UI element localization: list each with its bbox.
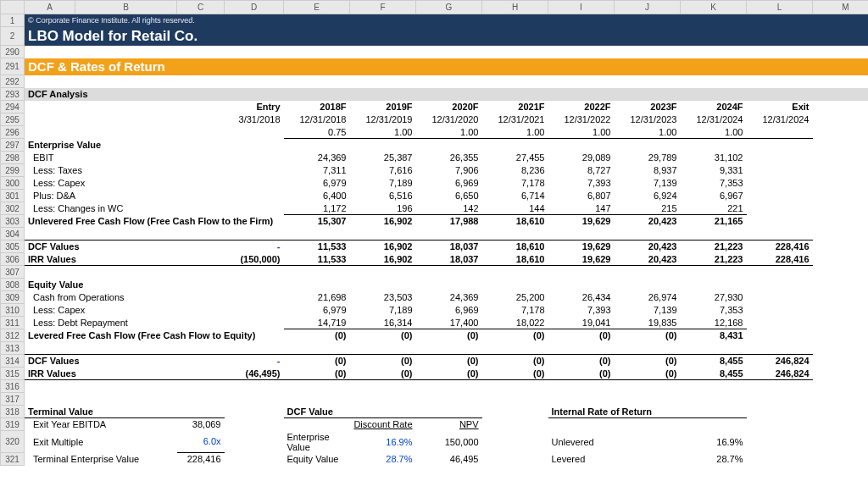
row-321: 321 Terminal Enterprise Value228,416 Equ…: [1, 453, 869, 466]
page-title: LBO Model for Retail Co.: [25, 27, 869, 46]
cfo-row: 309Cash from Operations 21,69823,50324,3…: [1, 291, 869, 304]
dcf-values-row: 305DCF Values - 11,53316,90218,03718,610…: [1, 240, 869, 253]
ufcf-row: 303Unlevered Free Cash Flow (Free Cash F…: [1, 215, 869, 228]
da-row: 301Plus: D&A 6,4006,5166,6506,714 6,8076…: [1, 190, 869, 202]
fraction-row: 296 0.751.001.00 1.001.001.00 1.00: [1, 126, 869, 139]
capex2-row: 310Less: Capex 6,9797,1896,9697,178 7,39…: [1, 304, 869, 317]
year-header-row: 294 Entry2018F2019F 2020F2021F2022F 2023…: [1, 101, 869, 113]
dcf-values2-row: 314DCF Values - (0)(0)(0)(0) (0)(0)8,455…: [1, 355, 869, 368]
ev-header: Enterprise Value: [25, 139, 869, 152]
row-319: 319 Exit Year EBITDA38,069 Discount Rate…: [1, 418, 869, 431]
row-header[interactable]: 1: [1, 14, 25, 27]
column-headers[interactable]: ABCD EFGHI JKLM: [1, 1, 869, 14]
date-row: 295 3/31/201812/31/201812/31/2019 12/31/…: [1, 113, 869, 126]
debt-repay-row: 311Less: Debt Repayment 14,71916,31417,4…: [1, 317, 869, 329]
ebit-row: 298EBIT 24,36925,38726,35527,455 29,0892…: [1, 152, 869, 164]
wc-row: 302Less: Changes in WC 1,172196142144 14…: [1, 202, 869, 215]
irr-values-row: 306IRR Values (150,000) 11,53316,90218,0…: [1, 253, 869, 266]
lfcf-row: 312Levered Free Cash Flow (Free Cash Flo…: [1, 329, 869, 342]
irr-values2-row: 315IRR Values (46,495) (0)(0)(0)(0) (0)(…: [1, 368, 869, 380]
equity-value-header: Equity Value: [25, 279, 869, 291]
section-header: DCF & Rates of Return: [25, 58, 869, 75]
capex-row: 300Less: Capex 6,9797,1896,9697,178 7,39…: [1, 177, 869, 190]
spreadsheet[interactable]: ABCD EFGHI JKLM 1© Corporate Finance Ins…: [0, 0, 868, 466]
dcf-analysis-header: DCF Analysis: [25, 88, 869, 101]
copyright-text: © Corporate Finance Institute. All right…: [25, 14, 869, 27]
bottom-headers: 318 Terminal Value DCF Value Internal Ra…: [1, 406, 869, 418]
row-320: 320 Exit Multiple6.0x Enterprise Value16…: [1, 431, 869, 453]
taxes-row: 299Less: Taxes 7,3117,6167,9068,236 8,72…: [1, 164, 869, 177]
